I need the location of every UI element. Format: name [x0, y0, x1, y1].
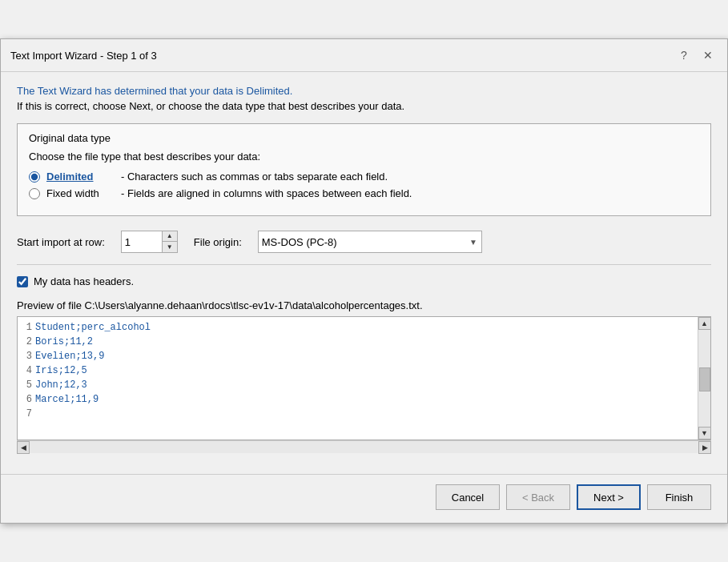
headers-label[interactable]: My data has headers. — [33, 275, 135, 288]
file-origin-select[interactable]: MS-DOS (PC-8) Windows (ANSI) Unicode (UT… — [258, 231, 482, 253]
back-button[interactable]: < Back — [506, 484, 570, 510]
line-text: Marcel;11,9 — [35, 392, 99, 407]
group-title: Original data type — [29, 132, 699, 144]
intro-line2: If this is correct, choose Next, or choo… — [17, 100, 711, 112]
preview-content: 1Student;perc_alcohol2Boris;11,23Evelien… — [18, 317, 698, 440]
list-item: 2Boris;11,2 — [19, 335, 696, 349]
radio-fixed-width-desc: - Fields are aligned in columns with spa… — [121, 187, 412, 199]
scroll-right-btn[interactable]: ▶ — [698, 441, 711, 454]
scroll-left-btn[interactable]: ◀ — [17, 441, 30, 454]
file-origin-label: File origin: — [194, 236, 242, 248]
dialog: Text Import Wizard - Step 1 of 3 ? ✕ The… — [0, 38, 728, 524]
spinner-up[interactable]: ▲ — [163, 231, 177, 242]
line-text: Student;perc_alcohol — [35, 320, 151, 335]
vertical-scrollbar: ▲ ▼ — [698, 317, 710, 440]
scroll-thumb[interactable] — [699, 367, 710, 391]
radio-fixed-width-label[interactable]: Fixed width — [46, 187, 115, 199]
scroll-up-btn[interactable]: ▲ — [698, 317, 711, 330]
row-settings: Start import at row: ▲ ▼ File origin: MS… — [17, 231, 711, 253]
line-text: Evelien;13,9 — [35, 349, 104, 363]
original-data-type-group: Original data type Choose the file type … — [17, 123, 711, 216]
close-button[interactable]: ✕ — [698, 46, 718, 65]
horizontal-scrollbar: ◀ ▶ — [17, 440, 711, 453]
preview-box: 1Student;perc_alcohol2Boris;11,23Evelien… — [17, 316, 711, 440]
line-number: 5 — [19, 378, 32, 392]
list-item: 3Evelien;13,9 — [19, 349, 696, 363]
line-text: John;12,3 — [35, 378, 87, 392]
list-item: 5John;12,3 — [19, 378, 696, 392]
radio-delimited[interactable] — [29, 171, 40, 183]
line-number: 1 — [19, 320, 32, 335]
line-number: 7 — [19, 407, 32, 421]
finish-button[interactable]: Finish — [647, 484, 711, 510]
radio-delimited-desc: - Characters such as commas or tabs sepa… — [121, 171, 388, 183]
list-item: 1Student;perc_alcohol — [19, 320, 696, 335]
dialog-title: Text Import Wizard - Step 1 of 3 — [10, 50, 157, 62]
radio-fixed-width[interactable] — [29, 188, 40, 199]
file-origin-select-wrapper: MS-DOS (PC-8) Windows (ANSI) Unicode (UT… — [258, 231, 482, 253]
list-item: 6Marcel;11,9 — [19, 392, 696, 407]
main-content: The Text Wizard has determined that your… — [1, 72, 727, 474]
line-number: 3 — [19, 349, 32, 363]
help-button[interactable]: ? — [674, 46, 694, 65]
group-subtitle: Choose the file type that best describes… — [29, 151, 699, 163]
line-number: 4 — [19, 363, 32, 378]
headers-checkbox[interactable] — [17, 276, 28, 287]
radio-row-delimited: Delimited - Characters such as commas or… — [29, 171, 699, 183]
start-row-spinner: ▲ ▼ — [121, 231, 178, 253]
preview-label: Preview of file C:\Users\alyanne.dehaan\… — [17, 299, 711, 311]
line-number: 2 — [19, 335, 32, 349]
next-button[interactable]: Next > — [577, 484, 641, 510]
cancel-button[interactable]: Cancel — [436, 484, 500, 510]
list-item: 4Iris;12,5 — [19, 363, 696, 378]
line-text: Iris;12,5 — [35, 363, 87, 378]
title-bar-controls: ? ✕ — [674, 46, 718, 65]
radio-row-fixed-width: Fixed width - Fields are aligned in colu… — [29, 187, 699, 199]
spinner-buttons: ▲ ▼ — [162, 231, 177, 252]
headers-checkbox-row: My data has headers. — [17, 275, 711, 288]
button-row: Cancel < Back Next > Finish — [1, 474, 727, 523]
title-bar: Text Import Wizard - Step 1 of 3 ? ✕ — [1, 39, 727, 72]
intro-line1: The Text Wizard has determined that your… — [17, 85, 711, 97]
line-text: Boris;11,2 — [35, 335, 93, 349]
spinner-down[interactable]: ▼ — [163, 242, 177, 252]
scroll-down-btn[interactable]: ▼ — [698, 427, 711, 440]
preview-section: Preview of file C:\Users\alyanne.dehaan\… — [17, 299, 711, 453]
start-import-label: Start import at row: — [17, 236, 105, 248]
list-item: 7 — [19, 407, 696, 421]
radio-delimited-label[interactable]: Delimited — [46, 171, 115, 183]
start-row-input[interactable] — [122, 231, 162, 252]
line-number: 6 — [19, 392, 32, 407]
